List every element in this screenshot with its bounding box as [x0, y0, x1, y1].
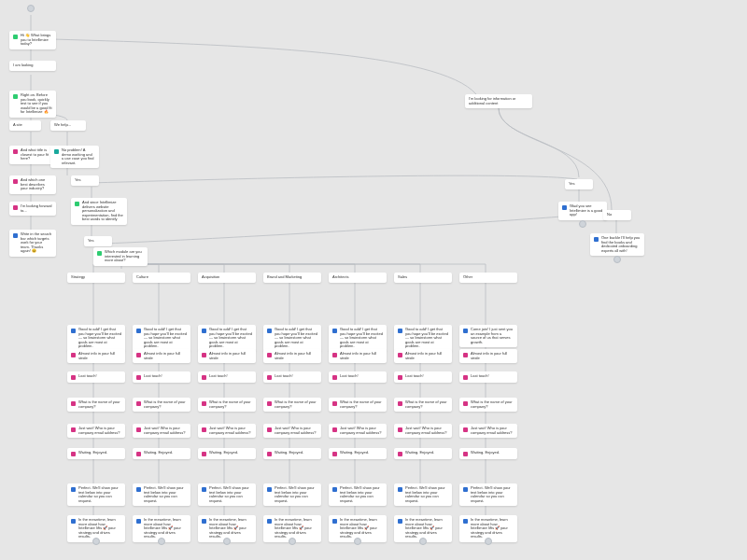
- field-node[interactable]: Almost info in your full stride: [263, 349, 321, 363]
- node-label: Just wait! Who is your company email add…: [275, 427, 317, 435]
- answer-node[interactable]: Yes: [565, 179, 593, 189]
- link-icon: [332, 519, 337, 524]
- field-node[interactable]: Just wait! Who is your company email add…: [394, 424, 452, 438]
- bot-message-node[interactable]: Right on. Before you book, quickly test …: [9, 91, 56, 118]
- node-label: Just wait! Who is your company email add…: [471, 427, 514, 435]
- field-node[interactable]: What is the name of your company?: [198, 398, 256, 412]
- field-node[interactable]: Waiting. Enjoyed.: [263, 448, 321, 459]
- link-node[interactable]: Good to add! I get that you hope you'll …: [133, 325, 190, 352]
- node-label: In the meantime, learn more about how In…: [405, 518, 448, 539]
- link-icon: [71, 487, 76, 492]
- field-node[interactable]: Last touch!: [67, 371, 125, 383]
- field-node[interactable]: What is the name of your company?: [329, 398, 387, 412]
- field-node[interactable]: Just wait! Who is your company email add…: [263, 424, 321, 438]
- link-node[interactable]: Perfect. We'll show your text below into…: [263, 483, 321, 506]
- field-node[interactable]: Waiting. Enjoyed.: [329, 448, 387, 459]
- field-node[interactable]: Almost info in your full stride: [198, 349, 256, 363]
- info-node[interactable]: No problem! A demo working and a use cas…: [50, 146, 99, 168]
- link-node[interactable]: Perfect. We'll show your text below into…: [133, 483, 190, 506]
- link-node[interactable]: Write in the search bar which targets wo…: [9, 230, 56, 257]
- node-label: Almost info in your full stride: [405, 352, 448, 360]
- link-node[interactable]: Good to add! I get that you hope you'll …: [198, 325, 256, 352]
- field-icon: [398, 401, 402, 406]
- node-label: Perfect. We'll show your text below into…: [78, 486, 121, 503]
- field-node[interactable]: What is the name of your company?: [133, 398, 190, 412]
- link-icon: [332, 329, 337, 333]
- link-node[interactable]: Perfect. We'll show your text below into…: [459, 483, 517, 506]
- category-header-node[interactable]: Brand and Marketing: [263, 273, 321, 283]
- answer-node[interactable]: A site: [9, 120, 41, 131]
- category-header-node[interactable]: Acquisition: [198, 273, 256, 283]
- field-node[interactable]: Last touch!: [263, 371, 321, 383]
- answer-node[interactable]: I am looking: [9, 61, 56, 71]
- link-node[interactable]: Perfect. We'll show your text below into…: [67, 483, 125, 506]
- field-icon: [463, 401, 468, 406]
- link-node[interactable]: Good to add! I get that you hope you'll …: [263, 325, 321, 352]
- node-label: What is the name of your company?: [471, 400, 514, 409]
- field-node[interactable]: I'm looking forward to...: [9, 202, 56, 216]
- field-node[interactable]: Waiting. Enjoyed.: [394, 448, 452, 459]
- field-node[interactable]: Almost info in your full stride: [394, 349, 452, 363]
- bot-message-node[interactable]: And since Intellimize delivers website p…: [71, 198, 127, 225]
- field-node[interactable]: What is the name of your company?: [459, 398, 517, 412]
- end-node-icon: [579, 220, 586, 228]
- link-node[interactable]: Perfect. We'll show your text below into…: [198, 483, 256, 506]
- answer-node[interactable]: No: [603, 210, 631, 220]
- category-header-node[interactable]: Culture: [133, 273, 190, 283]
- node-label: In the meantime, learn more about how In…: [471, 518, 514, 539]
- field-node[interactable]: And what title is closest to your fit he…: [9, 146, 56, 164]
- field-node[interactable]: Almost info in your full stride: [329, 349, 387, 363]
- link-node[interactable]: Good to add! I get that you hope you'll …: [394, 325, 452, 352]
- root-question-node[interactable]: Hi 👋 What brings you to Intellimize toda…: [9, 31, 56, 49]
- field-node[interactable]: Just wait! Who is your company email add…: [133, 424, 190, 438]
- field-node[interactable]: Almost info in your full stride: [133, 349, 190, 363]
- link-node[interactable]: Come join! I just sent you an example fr…: [459, 325, 517, 347]
- node-label: Good to add! I get that you hope you'll …: [209, 328, 252, 349]
- link-node[interactable]: Perfect. We'll show your text below into…: [329, 483, 387, 506]
- node-label: Last touch!: [78, 374, 97, 379]
- link-node[interactable]: Good to add! I get that you hope you'll …: [329, 325, 387, 352]
- field-icon: [202, 375, 206, 380]
- answer-node[interactable]: Yes: [71, 175, 99, 186]
- field-node[interactable]: Almost info in your full stride: [459, 349, 517, 363]
- node-label: Almost info in your full stride: [78, 352, 121, 360]
- answer-node[interactable]: We help...: [50, 120, 86, 131]
- category-header-node[interactable]: Sales: [394, 273, 452, 283]
- field-node[interactable]: Last touch!: [459, 371, 517, 383]
- link-node[interactable]: Glad you see Intellimize is a good app!: [558, 202, 607, 220]
- field-node[interactable]: Just wait! Who is your company email add…: [198, 424, 256, 438]
- field-node[interactable]: Last touch!: [133, 371, 190, 383]
- category-header-node[interactable]: Strategy: [67, 273, 125, 283]
- field-node[interactable]: Just wait! Who is your company email add…: [67, 424, 125, 438]
- link-node[interactable]: Good to add! I get that you hope you'll …: [67, 325, 125, 352]
- field-node[interactable]: What is the name of your company?: [394, 398, 452, 412]
- field-node[interactable]: Waiting. Enjoyed.: [133, 448, 190, 459]
- field-node[interactable]: What is the name of your company?: [67, 398, 125, 412]
- field-node[interactable]: Last touch!: [394, 371, 452, 383]
- field-icon: [332, 427, 337, 432]
- field-node[interactable]: Just wait! Who is your company email add…: [459, 424, 517, 438]
- field-icon: [71, 452, 76, 456]
- answer-node[interactable]: Yes: [84, 236, 112, 246]
- node-label: Just wait! Who is your company email add…: [405, 427, 448, 435]
- field-node[interactable]: Almost info in your full stride: [67, 349, 125, 363]
- field-node[interactable]: And which one best describes your indust…: [9, 175, 56, 194]
- answer-node[interactable]: I'm looking for information or additiona…: [465, 94, 532, 108]
- end-node-icon: [613, 256, 621, 263]
- module-question-node[interactable]: Which module are you interested in learn…: [93, 247, 148, 266]
- category-header-node[interactable]: Other: [459, 273, 517, 283]
- field-node[interactable]: Last touch!: [329, 371, 387, 383]
- node-label: Good to add! I get that you hope you'll …: [340, 328, 383, 349]
- category-header-node[interactable]: Architects: [329, 273, 387, 283]
- link-node[interactable]: One buckle I'll help you find the books …: [590, 233, 644, 256]
- node-label: Last touch!: [144, 374, 162, 379]
- link-node[interactable]: Perfect. We'll show your text below into…: [394, 483, 452, 506]
- field-node[interactable]: Just wait! Who is your company email add…: [329, 424, 387, 438]
- field-node[interactable]: Waiting. Enjoyed.: [198, 448, 256, 459]
- field-node[interactable]: Waiting. Enjoyed.: [67, 448, 125, 459]
- link-icon: [136, 519, 141, 524]
- field-node[interactable]: Last touch!: [198, 371, 256, 383]
- field-node[interactable]: What is the name of your company?: [263, 398, 321, 412]
- node-label: Brand and Marketing: [267, 275, 302, 280]
- field-node[interactable]: Waiting. Enjoyed.: [459, 448, 517, 459]
